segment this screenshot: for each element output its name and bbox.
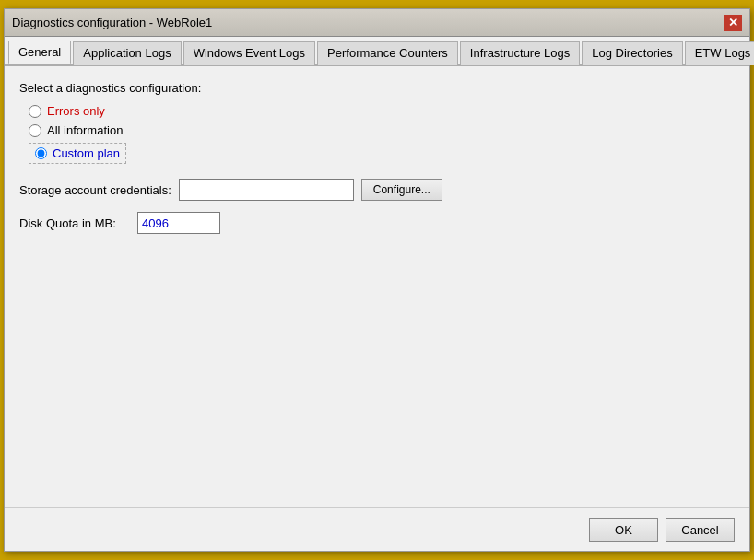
radio-all-information-input[interactable] [29,124,41,137]
radio-custom-plan-label[interactable]: Custom plan [53,146,120,160]
content-area: Select a diagnostics configuration: Erro… [5,66,749,508]
radio-custom-plan-row: Custom plan [29,143,126,164]
disk-quota-input[interactable] [137,212,220,234]
close-button[interactable]: ✕ [724,15,742,31]
tab-general[interactable]: General [8,41,71,64]
radio-all-information: All information [29,123,735,137]
close-icon: ✕ [728,16,738,29]
ok-button[interactable]: OK [589,518,658,542]
tab-infrastructure-logs[interactable]: Infrastructure Logs [460,41,580,65]
storage-account-label: Storage account credentials: [19,183,171,197]
radio-errors-only-input[interactable] [29,105,41,118]
title-bar: Diagnostics configuration - WebRole1 ✕ [5,9,749,37]
tabs-container: General Application Logs Windows Event L… [5,37,749,66]
radio-all-information-label[interactable]: All information [47,123,123,137]
tab-application-logs[interactable]: Application Logs [73,41,181,65]
disk-quota-row: Disk Quota in MB: [19,212,735,234]
tab-log-directories[interactable]: Log Directories [582,41,682,65]
configure-button[interactable]: Configure... [361,179,442,201]
radio-errors-only-label[interactable]: Errors only [47,104,105,118]
storage-account-input[interactable] [179,179,354,201]
disk-quota-label: Disk Quota in MB: [19,216,130,230]
tab-etw-logs[interactable]: ETW Logs [685,41,754,65]
cancel-button[interactable]: Cancel [666,518,735,542]
storage-account-row: Storage account credentials: Configure..… [19,179,735,201]
tab-performance-counters[interactable]: Performance Counters [317,41,458,65]
window-title: Diagnostics configuration - WebRole1 [12,16,212,29]
radio-group: Errors only All information Custom plan [29,104,735,164]
radio-errors-only: Errors only [29,104,735,118]
radio-custom-plan-input[interactable] [35,147,47,159]
dialog-window: Diagnostics configuration - WebRole1 ✕ G… [4,8,750,552]
tab-windows-event-logs[interactable]: Windows Event Logs [183,41,315,65]
section-label: Select a diagnostics configuration: [19,81,735,95]
button-bar: OK Cancel [5,508,749,551]
